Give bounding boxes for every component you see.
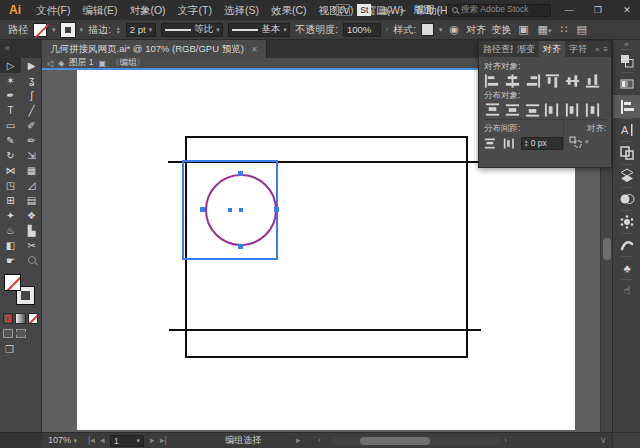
paintbrush-tool[interactable]: ✐ bbox=[21, 118, 42, 133]
draw-normal-button[interactable] bbox=[3, 329, 13, 338]
pen-tool[interactable]: ✒ bbox=[0, 88, 21, 103]
menu-object[interactable]: 对象(O) bbox=[123, 0, 171, 20]
close-button[interactable]: ✕ bbox=[616, 0, 638, 20]
horizontal-space-button[interactable] bbox=[502, 136, 517, 150]
exit-isolation-icon[interactable]: ◁ bbox=[47, 59, 53, 68]
slice-tool[interactable]: ✂ bbox=[21, 238, 42, 253]
bridge-button[interactable]: Br bbox=[336, 4, 351, 16]
align-left-button[interactable] bbox=[484, 74, 501, 88]
layers-panel-icon[interactable] bbox=[613, 164, 640, 187]
prev-artboard-icon[interactable]: ◂ bbox=[100, 433, 105, 448]
vertical-scrollbar-thumb[interactable] bbox=[603, 238, 611, 260]
distribute-right-button[interactable] bbox=[584, 103, 601, 117]
align-to-dropdown[interactable]: ▾ bbox=[569, 136, 606, 148]
stroke-weight-field[interactable]: 2 pt▾ bbox=[126, 23, 156, 37]
status-menu-icon[interactable]: ▸ bbox=[296, 433, 301, 448]
tab-character[interactable]: 字符 bbox=[565, 41, 591, 57]
puppet-panel-icon[interactable]: ☝ bbox=[613, 279, 640, 302]
brush-definition-dropdown[interactable]: 基本▾ bbox=[228, 23, 290, 37]
spacing-value-field[interactable]: ▲▼ 0 px bbox=[521, 137, 563, 150]
anchor-bottom[interactable] bbox=[238, 244, 243, 249]
spacing-stepper[interactable]: ▲▼ bbox=[524, 139, 529, 147]
lasso-tool[interactable]: ʓ bbox=[21, 73, 42, 88]
zoom-tool[interactable] bbox=[21, 253, 42, 268]
stock-search-input[interactable]: 搜索 Adobe Stock bbox=[447, 4, 551, 17]
rotate-tool[interactable]: ↻ bbox=[0, 148, 21, 163]
brushes-panel-icon[interactable] bbox=[613, 233, 640, 256]
column-graph-tool[interactable]: ▙ bbox=[21, 223, 42, 238]
tab-pathfinder[interactable]: 路径查找器 bbox=[479, 41, 513, 57]
align-panel-button[interactable]: 对齐 bbox=[466, 23, 486, 37]
opacity-expand-icon[interactable]: › bbox=[386, 26, 388, 33]
minimize-button[interactable]: — bbox=[558, 0, 580, 20]
align-panel-icon[interactable] bbox=[613, 95, 640, 118]
fill-swatch[interactable] bbox=[33, 23, 47, 37]
gradient-button[interactable] bbox=[15, 313, 25, 324]
align-center-v-button[interactable] bbox=[564, 74, 581, 88]
menu-file[interactable]: 文件(F) bbox=[30, 0, 76, 20]
transparency-panel-icon[interactable] bbox=[613, 187, 640, 210]
artboard-number-field[interactable]: 1▾ bbox=[110, 435, 144, 447]
character-panel-icon[interactable]: A bbox=[613, 118, 640, 141]
menu-effect[interactable]: 效果(C) bbox=[265, 0, 313, 20]
gradient-panel-icon[interactable] bbox=[613, 72, 640, 95]
distribute-center-h-button[interactable] bbox=[564, 103, 581, 117]
pathfinder-panel-icon[interactable] bbox=[613, 49, 640, 72]
center-point-square[interactable] bbox=[228, 208, 232, 212]
document-tab[interactable]: 几何拼接风网页.ai* @ 107% (RGB/GPU 预览) ✕ bbox=[42, 40, 267, 58]
panel-menu-icon[interactable]: ≡ bbox=[603, 45, 608, 54]
isolate-selection-icon[interactable]: ▣ bbox=[516, 23, 530, 36]
anchor-left[interactable] bbox=[200, 207, 205, 212]
menu-type[interactable]: 文字(T) bbox=[172, 0, 218, 20]
stroke-swatch[interactable] bbox=[61, 23, 75, 37]
distribute-center-v-button[interactable] bbox=[504, 103, 521, 117]
arrange-icon[interactable]: ▦▾ bbox=[536, 23, 554, 36]
maximize-button[interactable]: ❐ bbox=[587, 0, 609, 20]
gradient-tool[interactable]: ▤ bbox=[21, 193, 42, 208]
breadcrumb-layer[interactable]: 图层 1 bbox=[69, 57, 93, 69]
tab-gradient[interactable]: 渐变 bbox=[513, 41, 539, 57]
layout-switch-icon[interactable]: ▦▾ bbox=[378, 5, 391, 16]
select-similar-icon[interactable]: ∷ bbox=[559, 23, 570, 36]
rectangle-tool[interactable]: ▭ bbox=[0, 118, 21, 133]
anchor-top[interactable] bbox=[238, 171, 243, 176]
vertical-space-button[interactable] bbox=[484, 136, 499, 150]
pencil-tool[interactable]: ✏ bbox=[21, 133, 42, 148]
align-right-button[interactable] bbox=[524, 74, 541, 88]
horizontal-scrollbar[interactable] bbox=[332, 437, 500, 445]
stroke-stepper[interactable]: ▲▼ bbox=[116, 26, 121, 34]
anchor-right[interactable] bbox=[274, 207, 279, 212]
distribute-bottom-button[interactable] bbox=[524, 103, 541, 117]
width-profile-dropdown[interactable]: 等比▾ bbox=[161, 23, 223, 37]
align-center-h-button[interactable] bbox=[504, 74, 521, 88]
magic-wand-tool[interactable]: ✶ bbox=[0, 73, 21, 88]
draw-behind-button[interactable] bbox=[16, 329, 26, 338]
center-point-circle[interactable] bbox=[239, 208, 243, 212]
panel-options-icon[interactable]: ▤ bbox=[575, 23, 589, 36]
opacity-field[interactable]: 100% bbox=[343, 23, 381, 37]
stroke-chevron-icon[interactable]: ▾ bbox=[80, 26, 84, 34]
perspective-grid-tool[interactable]: ◿ bbox=[21, 178, 42, 193]
type-tool[interactable]: T bbox=[0, 103, 21, 118]
tab-align[interactable]: 对齐 bbox=[539, 41, 565, 57]
share-icon[interactable]: ➣ bbox=[398, 5, 406, 16]
horizontal-scrollbar-thumb[interactable] bbox=[360, 437, 430, 445]
color-guide-panel-icon[interactable] bbox=[613, 210, 640, 233]
distribute-left-button[interactable] bbox=[544, 103, 561, 117]
distribute-top-button[interactable] bbox=[484, 103, 501, 117]
vscroll-down-icon[interactable]: ∨ bbox=[600, 433, 607, 448]
style-swatch[interactable] bbox=[421, 23, 434, 36]
line-segment-tool[interactable]: ╱ bbox=[21, 103, 42, 118]
artboard-tool[interactable]: ◧ bbox=[0, 238, 21, 253]
scale-tool[interactable]: ⇲ bbox=[21, 148, 42, 163]
align-top-button[interactable] bbox=[544, 74, 561, 88]
breadcrumb-group[interactable]: 〈编组〉 bbox=[111, 57, 145, 69]
screen-mode-button[interactable]: ❐ bbox=[5, 344, 41, 355]
hand-tool[interactable]: ☛ bbox=[0, 253, 21, 268]
mesh-tool[interactable]: ⊞ bbox=[0, 193, 21, 208]
eyedropper-tool[interactable]: ✦ bbox=[0, 208, 21, 223]
fill-chevron-icon[interactable]: ▾ bbox=[52, 26, 56, 34]
align-bottom-button[interactable] bbox=[584, 74, 601, 88]
artboards-panel-icon[interactable] bbox=[613, 141, 640, 164]
symbols-panel-icon[interactable]: ♣ bbox=[613, 256, 640, 279]
